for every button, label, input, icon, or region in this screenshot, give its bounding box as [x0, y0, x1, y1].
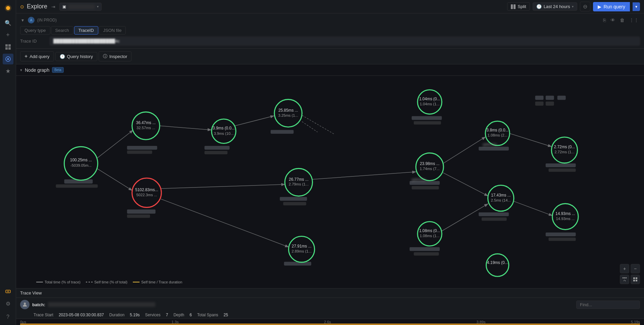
- node-graph-header: ▾ Node graph Beta: [16, 64, 644, 76]
- svg-line-12: [96, 130, 133, 159]
- query-open-button[interactable]: ⎘: [602, 16, 607, 24]
- svg-text:4.19ms (0...: 4.19ms (0...: [487, 260, 508, 265]
- sidebar-item-add[interactable]: +: [3, 30, 13, 40]
- split-icon: [511, 4, 516, 9]
- tab-traceid[interactable]: TraceID: [74, 26, 98, 35]
- query-history-button[interactable]: 🕐 Query history: [55, 52, 97, 61]
- datasource-name: blurredname: [68, 4, 95, 9]
- svg-rect-31: [127, 151, 152, 154]
- svg-text:2.72ms (0...: 2.72ms (0...: [554, 145, 575, 149]
- svg-text:27.91ms ...: 27.91ms ...: [292, 244, 312, 249]
- svg-rect-41: [412, 186, 439, 189]
- svg-line-21: [443, 173, 488, 196]
- svg-rect-32: [205, 146, 230, 150]
- explore-icon: ⊙: [20, 4, 24, 9]
- tab-json-file[interactable]: JSON file: [99, 26, 126, 35]
- query-eye-button[interactable]: 👁: [609, 16, 616, 24]
- page-title: Explore: [27, 3, 47, 10]
- add-icon: +: [24, 53, 28, 59]
- sidebar-item-search[interactable]: 🔍: [3, 17, 13, 28]
- query-more-button[interactable]: ⋮⋮: [628, 16, 640, 24]
- svg-line-16: [161, 184, 285, 188]
- top-bar-actions: Split 🕐 Last 24 hours ▾ ⊖ ▶ Run query ▾: [507, 2, 640, 11]
- svg-text:2.79ms (1...: 2.79ms (1...: [289, 182, 309, 186]
- svg-rect-87: [633, 277, 635, 279]
- svg-line-13: [96, 168, 132, 191]
- tab-query-type[interactable]: Query type: [20, 26, 50, 35]
- node-graph-collapse-button[interactable]: ▾: [20, 68, 22, 72]
- sidebar-item-alerts[interactable]: [3, 66, 13, 76]
- action-bar: + Add query 🕐 Query history ⓘ Inspector: [16, 49, 644, 64]
- total-spans-label: Total Spans: [197, 313, 218, 317]
- svg-rect-47: [546, 163, 576, 167]
- find-input[interactable]: [576, 301, 640, 309]
- svg-point-1: [6, 6, 10, 10]
- svg-rect-35: [280, 197, 307, 201]
- run-query-button[interactable]: ▶ Run query: [593, 2, 630, 11]
- svg-text:2.72ms (1...: 2.72ms (1...: [554, 150, 574, 154]
- svg-rect-10: [514, 4, 516, 9]
- datasource-selector[interactable]: ▣ blurredname ▾: [59, 3, 102, 11]
- svg-text:-5039.05m...: -5039.05m...: [70, 163, 92, 167]
- svg-rect-28: [127, 210, 156, 214]
- trace-batch-label: batch:: [32, 302, 45, 307]
- sidebar-item-explore[interactable]: [3, 54, 13, 64]
- svg-text:17.43ms ...: 17.43ms ...: [491, 193, 511, 198]
- main-content: ⊙ Explore ⇥ ▣ blurredname ▾ Split 🕐 Last…: [16, 0, 644, 325]
- total-spans-value: 25: [224, 313, 228, 317]
- timeline-label-2: 2.6s: [324, 320, 331, 324]
- svg-text:1.04ms (1...: 1.04ms (1...: [420, 102, 439, 106]
- layout-grid-button[interactable]: [631, 275, 640, 284]
- share-icon[interactable]: ⇥: [50, 3, 57, 11]
- inspector-button[interactable]: ⓘ Inspector: [99, 51, 131, 61]
- svg-rect-51: [535, 96, 544, 100]
- run-query-caret-button[interactable]: ▾: [633, 2, 640, 11]
- query-collapse-button[interactable]: ▾: [20, 16, 25, 24]
- node-4: [212, 119, 236, 143]
- add-query-button[interactable]: + Add query: [20, 51, 54, 61]
- trace-id-input[interactable]: [50, 37, 640, 46]
- top-bar: ⊙ Explore ⇥ ▣ blurredname ▾ Split 🕐 Last…: [16, 0, 644, 13]
- trace-meta: Trace Start 2023-05-08 03:30:00.837 Dura…: [16, 311, 644, 319]
- trace-start-label: Trace Start: [34, 313, 53, 317]
- time-picker-button[interactable]: 🕐 Last 24 hours ▾: [533, 2, 578, 11]
- svg-rect-38: [412, 116, 442, 120]
- zoom-out-button[interactable]: ⊖: [580, 2, 590, 11]
- svg-rect-44: [479, 147, 509, 150]
- sidebar-item-help[interactable]: ?: [3, 312, 13, 322]
- svg-rect-88: [636, 277, 637, 279]
- svg-text:1.74ms (7...: 1.74ms (7...: [420, 167, 439, 171]
- trace-find: [576, 301, 640, 309]
- node-graph-svg: 100.25ms ... -5039.05m... 36.47ms ... 32…: [16, 76, 644, 288]
- layout-tree-button[interactable]: [620, 275, 629, 284]
- sidebar-item-dashboards[interactable]: [3, 42, 13, 52]
- svg-rect-49: [546, 232, 576, 236]
- sidebar-item-settings[interactable]: ⚙: [3, 298, 13, 309]
- svg-text:1.08ms (1...: 1.08ms (1...: [420, 234, 439, 238]
- split-button[interactable]: Split: [507, 2, 530, 11]
- tab-search[interactable]: Search: [51, 26, 73, 35]
- content-area: ▾ Node graph Beta: [16, 64, 644, 325]
- svg-rect-2: [5, 44, 8, 47]
- svg-rect-42: [410, 247, 440, 251]
- trace-id-display: blurredtraceiddisplay: [48, 302, 155, 307]
- trace-view-header: Trace View: [16, 288, 644, 298]
- svg-text:26.77ms ...: 26.77ms ...: [289, 177, 309, 182]
- svg-rect-5: [8, 47, 11, 50]
- sidebar: 🔍 + ⚙ ?: [0, 0, 16, 325]
- svg-rect-55: [546, 102, 554, 106]
- query-delete-button[interactable]: 🗑: [619, 16, 626, 24]
- svg-text:gateway: gateway: [412, 177, 426, 181]
- query-env-label: (IN PROD): [37, 18, 57, 22]
- svg-text:14.93ms ...: 14.93ms ...: [555, 211, 575, 216]
- grafana-logo[interactable]: [3, 3, 13, 13]
- svg-text:23.98ms ...: 23.98ms ...: [420, 161, 440, 166]
- trace-id-label: Trace ID: [20, 39, 47, 44]
- svg-line-18: [302, 115, 334, 134]
- timeline-progress: [20, 324, 640, 325]
- zoom-in-button[interactable]: +: [620, 264, 629, 273]
- sidebar-item-aws[interactable]: [3, 286, 13, 297]
- query-row: ▾ A (IN PROD) ⎘ 👁 🗑 ⋮⋮: [20, 16, 640, 24]
- svg-text:1.08ms (0...: 1.08ms (0...: [419, 228, 440, 233]
- zoom-out-graph-button[interactable]: −: [631, 264, 640, 273]
